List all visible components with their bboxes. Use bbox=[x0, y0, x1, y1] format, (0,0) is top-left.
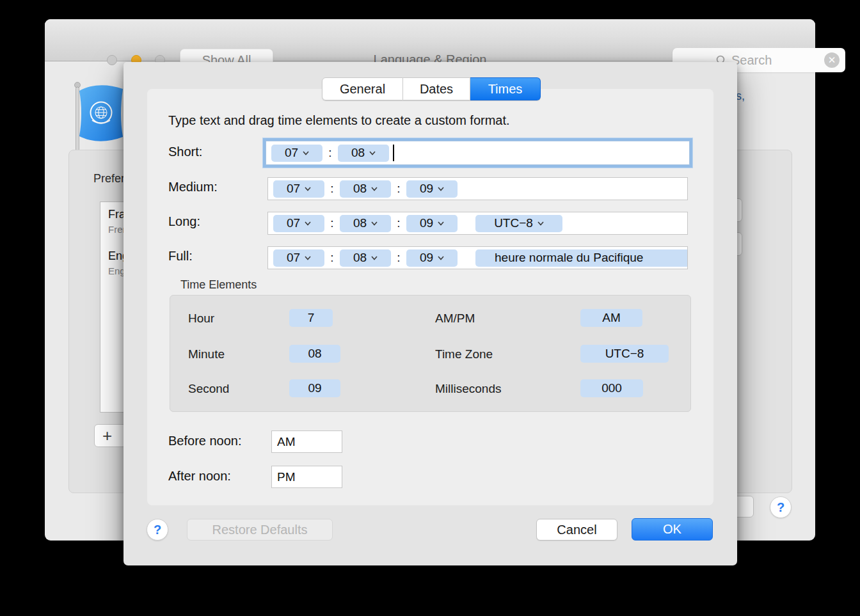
token-value: 09 bbox=[420, 216, 433, 230]
chevron-down-icon bbox=[305, 221, 311, 226]
hour-token[interactable]: 07 bbox=[273, 215, 324, 232]
second-token[interactable]: 09 bbox=[406, 180, 458, 198]
separator: : bbox=[391, 251, 406, 265]
tab-times[interactable]: Times bbox=[470, 77, 541, 100]
after-noon-label: After noon: bbox=[168, 469, 231, 484]
timezone-name-token[interactable]: heure normale du Pacifique bbox=[475, 249, 688, 267]
button-label: OK bbox=[663, 522, 681, 537]
separator: : bbox=[391, 182, 406, 196]
chevron-down-icon bbox=[438, 256, 444, 260]
plus-icon: + bbox=[102, 427, 112, 444]
chevron-down-icon bbox=[305, 187, 311, 191]
token-value: 07 bbox=[285, 146, 298, 160]
second-token[interactable]: 09 bbox=[406, 249, 458, 267]
chevron-down-icon bbox=[438, 187, 444, 191]
hour-token[interactable]: 07 bbox=[273, 180, 324, 198]
long-label: Long: bbox=[168, 214, 200, 229]
before-noon-label: Before noon: bbox=[168, 434, 242, 448]
token-value: 07 bbox=[287, 251, 300, 265]
before-noon-input[interactable] bbox=[272, 431, 342, 452]
ok-button[interactable]: OK bbox=[632, 518, 713, 541]
minute-token[interactable]: 08 bbox=[338, 145, 389, 162]
token-value: 000 bbox=[601, 381, 622, 395]
second-token[interactable]: 09 bbox=[406, 215, 458, 232]
token-value: UTC−8 bbox=[605, 347, 644, 361]
medium-format-field[interactable]: 07 : 08 : 09 bbox=[267, 177, 688, 200]
minute-label: Minute bbox=[188, 347, 225, 361]
hour-token[interactable]: 07 bbox=[273, 249, 324, 267]
token-value: heure normale du Pacifique bbox=[495, 251, 643, 265]
chevron-down-icon bbox=[369, 151, 376, 155]
token-value: 08 bbox=[353, 182, 367, 196]
token-value: 09 bbox=[308, 381, 321, 395]
minute-token[interactable]: 08 bbox=[340, 180, 391, 198]
sheet-help-button[interactable]: ? bbox=[147, 519, 168, 541]
button-label: Restore Defaults bbox=[212, 523, 308, 537]
token-value: 07 bbox=[287, 216, 300, 230]
chevron-down-icon bbox=[371, 256, 378, 260]
chevron-down-icon bbox=[438, 221, 444, 226]
titlebar[interactable]: Show All Language & Region ✕ bbox=[45, 19, 815, 61]
separator: : bbox=[322, 146, 338, 160]
short-label: Short: bbox=[168, 145, 202, 159]
short-format-field[interactable]: 07 : 08 bbox=[266, 141, 690, 165]
second-label: Second bbox=[188, 382, 229, 396]
tab-general[interactable]: General bbox=[322, 77, 403, 100]
token-value: 7 bbox=[308, 311, 315, 325]
tab-label: Times bbox=[488, 82, 523, 97]
chevron-down-icon bbox=[371, 187, 378, 191]
second-element-token[interactable]: 09 bbox=[289, 379, 340, 397]
close-button[interactable] bbox=[107, 55, 117, 65]
chevron-down-icon bbox=[538, 221, 544, 226]
desktop: Show All Language & Region ✕ bbox=[0, 0, 860, 616]
token-value: 09 bbox=[420, 251, 433, 265]
token-value: AM bbox=[602, 311, 621, 325]
token-value: 09 bbox=[420, 182, 433, 196]
long-format-field[interactable]: 07 : 08 : 09 UTC−8 bbox=[267, 212, 688, 235]
window-help-button[interactable]: ? bbox=[770, 496, 792, 518]
chevron-down-icon bbox=[371, 221, 378, 226]
after-noon-input[interactable] bbox=[272, 466, 342, 487]
milliseconds-label: Milliseconds bbox=[435, 382, 501, 396]
after-noon-field[interactable] bbox=[271, 466, 342, 488]
minute-token[interactable]: 08 bbox=[340, 215, 391, 232]
milliseconds-element-token[interactable]: 000 bbox=[580, 379, 643, 397]
separator: : bbox=[324, 251, 340, 265]
token-value: UTC−8 bbox=[494, 216, 533, 230]
chevron-down-icon bbox=[305, 256, 311, 260]
separator: : bbox=[324, 216, 340, 230]
medium-label: Medium: bbox=[168, 180, 218, 194]
before-noon-field[interactable] bbox=[271, 430, 342, 453]
ampm-label: AM/PM bbox=[435, 312, 475, 326]
clear-search-icon[interactable]: ✕ bbox=[824, 52, 840, 68]
hour-token[interactable]: 07 bbox=[271, 145, 322, 162]
full-format-field[interactable]: 07 : 08 : 09 heure normale du Pacifique bbox=[267, 246, 688, 269]
cancel-button[interactable]: Cancel bbox=[536, 519, 617, 541]
restore-defaults-button[interactable]: Restore Defaults bbox=[187, 519, 333, 541]
token-value: 08 bbox=[353, 251, 367, 265]
question-mark-icon: ? bbox=[777, 500, 784, 515]
token-value: 08 bbox=[351, 146, 365, 160]
tab-label: Dates bbox=[420, 82, 453, 97]
separator: : bbox=[391, 216, 406, 230]
hour-element-token[interactable]: 7 bbox=[289, 309, 333, 327]
chevron-down-icon bbox=[303, 151, 309, 155]
custom-times-sheet: General Dates Times Type text and drag t… bbox=[123, 62, 737, 565]
hour-label: Hour bbox=[188, 312, 214, 326]
search-input[interactable] bbox=[731, 53, 802, 68]
timezone-token[interactable]: UTC−8 bbox=[475, 215, 562, 232]
tab-dates[interactable]: Dates bbox=[403, 77, 470, 100]
time-elements-box: Hour 7 Minute 08 Second 09 AM/PM AM Time… bbox=[170, 295, 691, 412]
timezone-element-token[interactable]: UTC−8 bbox=[580, 345, 669, 363]
truncated-text: s, bbox=[736, 90, 745, 103]
instruction-text: Type text and drag time elements to crea… bbox=[168, 113, 510, 128]
timezone-label: Time Zone bbox=[435, 347, 493, 361]
separator: : bbox=[324, 182, 340, 196]
format-tabs: General Dates Times bbox=[322, 77, 541, 100]
minute-element-token[interactable]: 08 bbox=[289, 345, 340, 363]
token-value: 07 bbox=[287, 182, 300, 196]
button-label: Cancel bbox=[557, 523, 596, 537]
minute-token[interactable]: 08 bbox=[340, 249, 391, 267]
ampm-element-token[interactable]: AM bbox=[580, 309, 642, 327]
time-elements-title: Time Elements bbox=[180, 278, 257, 292]
